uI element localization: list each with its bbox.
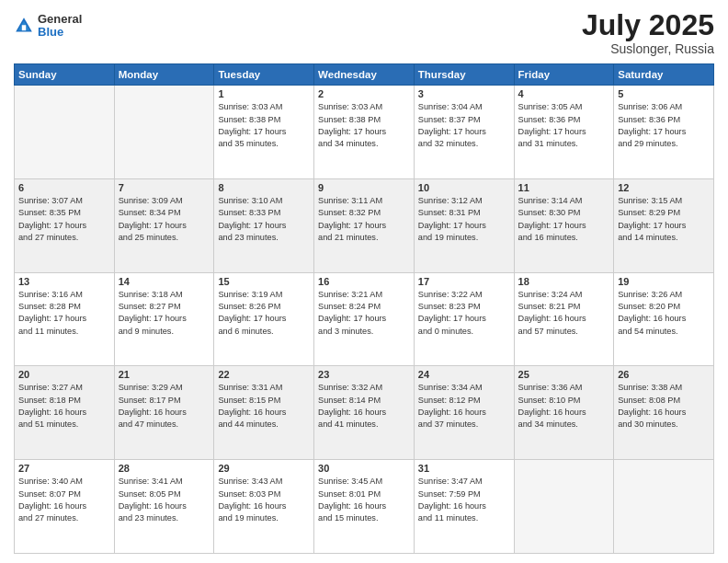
calendar-cell: 8Sunrise: 3:10 AM Sunset: 8:33 PM Daylig… (214, 178, 314, 272)
calendar-cell: 30Sunrise: 3:45 AM Sunset: 8:01 PM Dayli… (314, 460, 415, 554)
calendar-cell: 27Sunrise: 3:40 AM Sunset: 8:07 PM Dayli… (15, 460, 115, 554)
weekday-header: Sunday (15, 64, 115, 86)
day-info: Sunrise: 3:07 AM Sunset: 8:35 PM Dayligh… (18, 195, 110, 244)
calendar-table: SundayMondayTuesdayWednesdayThursdayFrid… (14, 63, 714, 554)
calendar-week-row: 20Sunrise: 3:27 AM Sunset: 8:18 PM Dayli… (15, 366, 714, 460)
calendar-cell (514, 460, 614, 554)
day-info: Sunrise: 3:24 AM Sunset: 8:21 PM Dayligh… (518, 289, 610, 338)
title-block: July 2025 Suslonger, Russia (582, 9, 714, 56)
day-info: Sunrise: 3:36 AM Sunset: 8:10 PM Dayligh… (518, 382, 610, 431)
day-number: 25 (518, 369, 610, 380)
calendar-cell: 28Sunrise: 3:41 AM Sunset: 8:05 PM Dayli… (114, 460, 214, 554)
day-info: Sunrise: 3:22 AM Sunset: 8:23 PM Dayligh… (418, 289, 510, 338)
day-info: Sunrise: 3:31 AM Sunset: 8:15 PM Dayligh… (218, 382, 310, 431)
day-number: 30 (318, 463, 410, 474)
day-number: 13 (18, 276, 110, 287)
calendar-week-row: 1Sunrise: 3:03 AM Sunset: 8:38 PM Daylig… (15, 86, 714, 179)
day-info: Sunrise: 3:09 AM Sunset: 8:34 PM Dayligh… (119, 195, 210, 244)
day-number: 2 (318, 88, 410, 99)
day-number: 15 (218, 276, 310, 287)
logo-text: General Blue (38, 13, 82, 40)
day-info: Sunrise: 3:06 AM Sunset: 8:36 PM Dayligh… (618, 101, 710, 150)
day-info: Sunrise: 3:19 AM Sunset: 8:26 PM Dayligh… (218, 289, 310, 338)
calendar-cell (114, 86, 214, 179)
day-number: 24 (418, 369, 510, 380)
day-number: 8 (218, 182, 310, 193)
calendar-cell: 17Sunrise: 3:22 AM Sunset: 8:23 PM Dayli… (414, 272, 514, 366)
calendar-cell (614, 460, 714, 554)
day-info: Sunrise: 3:32 AM Sunset: 8:14 PM Dayligh… (318, 382, 410, 431)
day-number: 20 (18, 369, 110, 380)
calendar-cell: 1Sunrise: 3:03 AM Sunset: 8:38 PM Daylig… (214, 86, 314, 179)
day-number: 26 (618, 369, 710, 380)
day-info: Sunrise: 3:21 AM Sunset: 8:24 PM Dayligh… (318, 289, 410, 338)
calendar-cell: 31Sunrise: 3:47 AM Sunset: 7:59 PM Dayli… (414, 460, 514, 554)
calendar-cell: 15Sunrise: 3:19 AM Sunset: 8:26 PM Dayli… (214, 272, 314, 366)
calendar-cell: 13Sunrise: 3:16 AM Sunset: 8:28 PM Dayli… (15, 272, 115, 366)
day-info: Sunrise: 3:18 AM Sunset: 8:27 PM Dayligh… (119, 289, 210, 338)
calendar-cell: 19Sunrise: 3:26 AM Sunset: 8:20 PM Dayli… (614, 272, 714, 366)
day-info: Sunrise: 3:43 AM Sunset: 8:03 PM Dayligh… (218, 476, 310, 524)
day-info: Sunrise: 3:38 AM Sunset: 8:08 PM Dayligh… (618, 382, 710, 431)
calendar-cell: 25Sunrise: 3:36 AM Sunset: 8:10 PM Dayli… (514, 366, 614, 460)
day-info: Sunrise: 3:16 AM Sunset: 8:28 PM Dayligh… (18, 289, 110, 338)
calendar-cell: 22Sunrise: 3:31 AM Sunset: 8:15 PM Dayli… (214, 366, 314, 460)
page: General Blue July 2025 Suslonger, Russia… (0, 0, 728, 563)
logo: General Blue (14, 13, 82, 40)
calendar-cell: 3Sunrise: 3:04 AM Sunset: 8:37 PM Daylig… (414, 86, 514, 179)
day-number: 28 (119, 463, 210, 474)
day-number: 31 (418, 463, 510, 474)
calendar-cell: 9Sunrise: 3:11 AM Sunset: 8:32 PM Daylig… (314, 178, 415, 272)
day-info: Sunrise: 3:04 AM Sunset: 8:37 PM Dayligh… (418, 101, 510, 150)
calendar-cell: 11Sunrise: 3:14 AM Sunset: 8:30 PM Dayli… (514, 178, 614, 272)
day-number: 3 (418, 88, 510, 99)
weekday-header: Saturday (614, 64, 714, 86)
day-info: Sunrise: 3:27 AM Sunset: 8:18 PM Dayligh… (18, 382, 110, 431)
day-info: Sunrise: 3:34 AM Sunset: 8:12 PM Dayligh… (418, 382, 510, 431)
day-number: 11 (518, 182, 610, 193)
calendar-cell: 6Sunrise: 3:07 AM Sunset: 8:35 PM Daylig… (15, 178, 115, 272)
day-number: 10 (418, 182, 510, 193)
day-number: 14 (119, 276, 210, 287)
svg-rect-2 (22, 26, 26, 31)
title-month: July 2025 (582, 9, 714, 41)
day-number: 1 (218, 88, 310, 99)
calendar-cell (15, 86, 115, 179)
day-info: Sunrise: 3:40 AM Sunset: 8:07 PM Dayligh… (18, 476, 110, 524)
calendar-cell: 18Sunrise: 3:24 AM Sunset: 8:21 PM Dayli… (514, 272, 614, 366)
logo-blue: Blue (38, 26, 82, 39)
day-number: 9 (318, 182, 410, 193)
day-info: Sunrise: 3:05 AM Sunset: 8:36 PM Dayligh… (518, 101, 610, 150)
day-number: 16 (318, 276, 410, 287)
day-info: Sunrise: 3:15 AM Sunset: 8:29 PM Dayligh… (618, 195, 710, 244)
day-info: Sunrise: 3:11 AM Sunset: 8:32 PM Dayligh… (318, 195, 410, 244)
day-number: 23 (318, 369, 410, 380)
calendar-cell: 14Sunrise: 3:18 AM Sunset: 8:27 PM Dayli… (114, 272, 214, 366)
day-number: 7 (119, 182, 210, 193)
day-number: 6 (18, 182, 110, 193)
calendar-cell: 4Sunrise: 3:05 AM Sunset: 8:36 PM Daylig… (514, 86, 614, 179)
calendar-cell: 2Sunrise: 3:03 AM Sunset: 8:38 PM Daylig… (314, 86, 415, 179)
calendar-header-row: SundayMondayTuesdayWednesdayThursdayFrid… (15, 64, 714, 86)
title-location: Suslonger, Russia (582, 41, 714, 56)
calendar-cell: 21Sunrise: 3:29 AM Sunset: 8:17 PM Dayli… (114, 366, 214, 460)
weekday-header: Tuesday (214, 64, 314, 86)
calendar-week-row: 6Sunrise: 3:07 AM Sunset: 8:35 PM Daylig… (15, 178, 714, 272)
calendar-cell: 12Sunrise: 3:15 AM Sunset: 8:29 PM Dayli… (614, 178, 714, 272)
day-info: Sunrise: 3:14 AM Sunset: 8:30 PM Dayligh… (518, 195, 610, 244)
day-number: 19 (618, 276, 710, 287)
logo-general: General (38, 13, 82, 26)
calendar-cell: 26Sunrise: 3:38 AM Sunset: 8:08 PM Dayli… (614, 366, 714, 460)
day-number: 4 (518, 88, 610, 99)
calendar-cell: 7Sunrise: 3:09 AM Sunset: 8:34 PM Daylig… (114, 178, 214, 272)
logo-icon (14, 16, 34, 36)
day-number: 21 (119, 369, 210, 380)
day-info: Sunrise: 3:41 AM Sunset: 8:05 PM Dayligh… (119, 476, 210, 524)
calendar-week-row: 13Sunrise: 3:16 AM Sunset: 8:28 PM Dayli… (15, 272, 714, 366)
calendar-cell: 20Sunrise: 3:27 AM Sunset: 8:18 PM Dayli… (15, 366, 115, 460)
calendar-cell: 16Sunrise: 3:21 AM Sunset: 8:24 PM Dayli… (314, 272, 415, 366)
day-number: 29 (218, 463, 310, 474)
weekday-header: Monday (114, 64, 214, 86)
day-info: Sunrise: 3:26 AM Sunset: 8:20 PM Dayligh… (618, 289, 710, 338)
header: General Blue July 2025 Suslonger, Russia (14, 9, 714, 56)
